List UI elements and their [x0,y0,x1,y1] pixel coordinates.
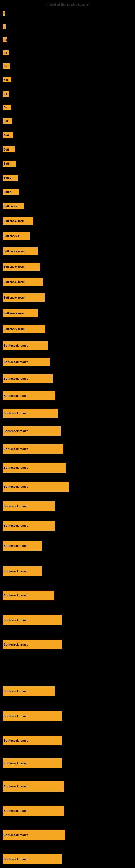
bar-label-11: Bott [3,147,14,152]
bar-item-21: Bottleneck result [3,293,45,302]
bar-label-44: Bottleneck result [3,781,64,792]
bar-label-42: Bottleneck result [3,736,62,745]
bar-item-12: Bottl [3,161,16,166]
bar-label-33: Bottleneck result [3,501,54,511]
bar-label-19: Bottleneck result [3,262,41,271]
bar-label-9: Bot [3,118,12,124]
bar-item-18: Bottleneck result [3,247,38,255]
bar-item-33: Bottleneck result [3,501,54,511]
bar-label-24: Bottleneck result [3,341,48,350]
bar-label-36: Bottleneck result [3,566,42,576]
bar-label-34: Bottleneck result [3,521,54,531]
bar-item-14: Bottle [3,189,19,195]
bar-item-9: Bot [3,118,12,124]
bar-label-22: Bottleneck resu [3,309,38,317]
bar-label-12: Bottl [3,161,16,166]
bar-item-25: Bottleneck result [3,358,50,366]
bar-label-23: Bottleneck result [3,325,45,333]
bar-label-13: Bottle [3,175,18,181]
bar-label-26: Bottleneck result [3,374,53,383]
bar-item-13: Bottle [3,175,18,181]
bar-item-4: Bo [3,51,9,55]
bar-item-34: Bottleneck result [3,521,54,531]
bar-label-37: Bottleneck result [3,590,54,600]
bar-item-3: Bo [3,37,7,42]
bar-label-46: Bottleneck result [3,830,65,840]
bar-label-35: Bottleneck result [3,541,42,551]
bar-item-41: Bottleneck result [3,711,62,721]
bar-item-27: Bottleneck result [3,391,55,400]
bar-item-11: Bott [3,147,14,152]
bar-label-27: Bottleneck result [3,391,55,400]
bar-item-47: Bottleneck result [3,854,61,864]
bar-label-20: Bottleneck result [3,278,43,286]
bar-label-38: Bottleneck result [3,615,62,625]
bar-label-28: Bottleneck result [3,408,58,418]
bar-item-38: Bottleneck result [3,615,62,625]
bar-label-4: Bo [3,51,9,55]
bar-item-32: Bottleneck result [3,482,69,492]
bar-item-23: Bottleneck result [3,325,45,333]
bar-label-16: Bottleneck resu [3,217,33,225]
bar-item-26: Bottleneck result [3,374,53,383]
bar-item-19: Bottleneck result [3,262,41,271]
bar-item-44: Bottleneck result [3,781,64,792]
bar-item-20: Bottleneck result [3,278,43,286]
bar-label-8: Bo [3,105,11,110]
bar-label-31: Bottleneck result [3,463,66,472]
bar-label-6: Bot [3,77,11,83]
bar-item-1: B [3,11,5,16]
bar-item-2: B [3,24,6,29]
bar-item-7: Bo [3,91,9,97]
bar-item-30: Bottleneck result [3,444,63,454]
bar-item-6: Bot [3,77,11,83]
bar-item-29: Bottleneck result [3,426,61,436]
bar-item-31: Bottleneck result [3,463,66,472]
site-title: TheBottlenecker.com [46,2,89,7]
bar-label-43: Bottleneck result [3,758,62,768]
bar-label-40: Bottleneck result [3,686,54,696]
bar-label-18: Bottleneck result [3,247,38,255]
bar-item-22: Bottleneck resu [3,309,38,317]
bar-item-24: Bottleneck result [3,341,48,350]
bar-item-42: Bottleneck result [3,736,62,745]
bar-label-45: Bottleneck result [3,806,64,816]
bar-label-7: Bo [3,91,9,97]
bar-item-45: Bottleneck result [3,806,64,816]
bar-label-30: Bottleneck result [3,444,63,454]
bar-item-15: Bottleneck [3,203,24,209]
bar-item-17: Bottleneck r [3,232,30,240]
bar-item-5: Bo [3,63,10,69]
bar-label-10: Bott [3,132,13,138]
bar-label-17: Bottleneck r [3,232,30,240]
bar-item-46: Bottleneck result [3,830,65,840]
bar-item-36: Bottleneck result [3,566,42,576]
bar-label-25: Bottleneck result [3,358,50,366]
bar-label-2: B [3,24,6,29]
bar-label-1: B [3,11,5,16]
bar-item-40: Bottleneck result [3,686,54,696]
bar-item-43: Bottleneck result [3,758,62,768]
bar-item-10: Bott [3,132,13,138]
bar-label-29: Bottleneck result [3,426,61,436]
bar-label-15: Bottleneck [3,203,24,209]
bar-item-37: Bottleneck result [3,590,54,600]
bar-label-14: Bottle [3,189,19,195]
bar-item-28: Bottleneck result [3,408,58,418]
bar-label-5: Bo [3,63,10,69]
bar-label-32: Bottleneck result [3,482,69,492]
bar-label-39: Bottleneck result [3,640,62,649]
bar-label-21: Bottleneck result [3,293,45,302]
bar-item-39: Bottleneck result [3,640,62,649]
bar-item-8: Bo [3,105,11,110]
bar-label-41: Bottleneck result [3,711,62,721]
bar-label-3: Bo [3,37,7,42]
bar-item-16: Bottleneck resu [3,217,33,225]
bar-item-35: Bottleneck result [3,541,42,551]
bar-label-47: Bottleneck result [3,854,61,864]
